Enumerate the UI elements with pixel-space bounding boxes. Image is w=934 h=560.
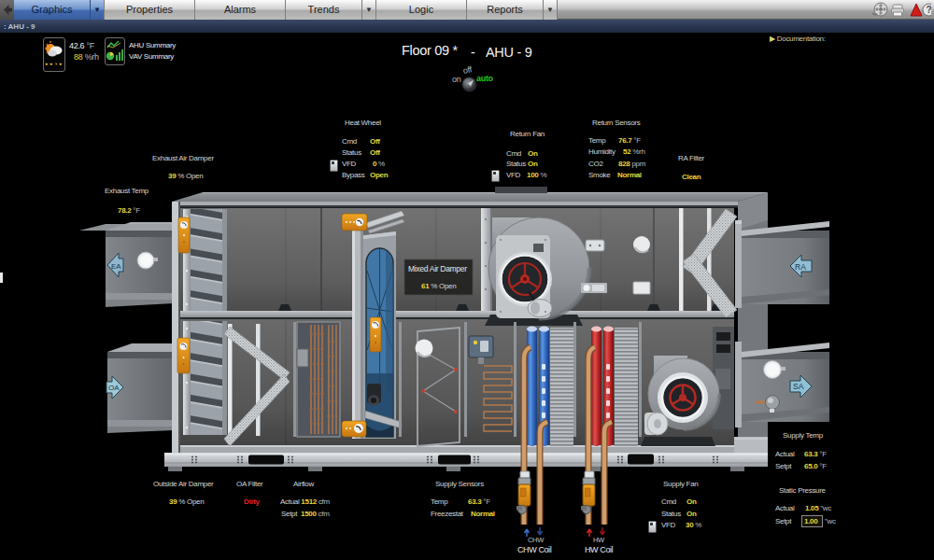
svg-text:RA: RA bbox=[795, 262, 806, 272]
svg-text:EA: EA bbox=[111, 262, 121, 271]
svg-text:SA: SA bbox=[793, 382, 804, 391]
svg-text:OA: OA bbox=[108, 384, 120, 392]
